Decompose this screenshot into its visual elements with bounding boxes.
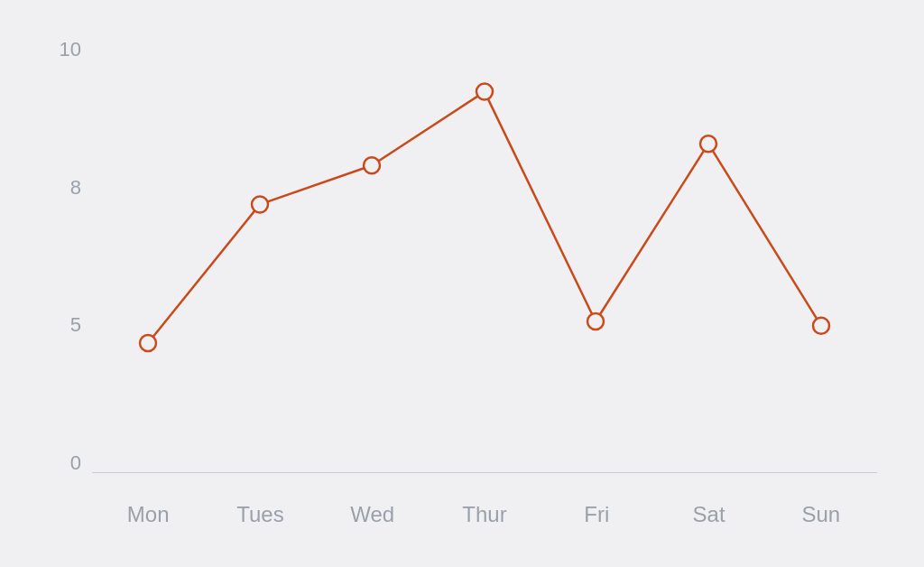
dot-wed [364, 157, 380, 173]
y-label-8: 8 [70, 178, 81, 198]
x-axis: Mon Tues Wed Thur Fri Sat Sun [92, 478, 877, 527]
chart-plot-area [92, 40, 877, 473]
x-label-sat: Sat [652, 502, 764, 527]
x-label-mon: Mon [92, 502, 204, 527]
dot-fri [587, 313, 604, 330]
chart-inner: 10 8 5 0 [47, 40, 877, 527]
dot-sun [813, 318, 829, 334]
dot-thur [476, 84, 493, 100]
y-label-5: 5 [70, 315, 81, 335]
chart-line [148, 92, 821, 343]
y-axis: 10 8 5 0 [47, 40, 92, 473]
dot-mon [140, 335, 156, 351]
dot-sat [700, 135, 716, 152]
dot-tues [252, 196, 268, 212]
x-label-tues: Tues [204, 502, 316, 527]
y-label-0: 0 [70, 453, 81, 473]
chart-container: 10 8 5 0 [0, 0, 924, 567]
y-label-10: 10 [60, 40, 81, 60]
x-label-thur: Thur [429, 502, 541, 527]
x-label-wed: Wed [317, 502, 429, 527]
x-label-fri: Fri [541, 502, 652, 527]
x-label-sun: Sun [765, 502, 877, 527]
x-axis-line [92, 472, 877, 473]
